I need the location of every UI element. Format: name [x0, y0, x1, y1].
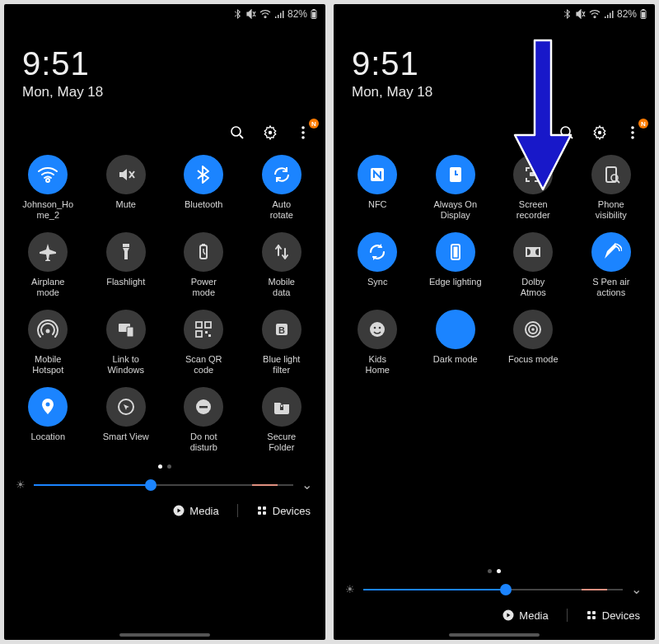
svg-point-53 [374, 327, 376, 329]
qs-tile-label: Power mode [191, 277, 217, 298]
location-icon [28, 387, 68, 427]
qs-tile-linkwin[interactable]: Link to Windows [87, 310, 166, 376]
power-icon [184, 232, 223, 272]
qs-tile-label: Auto rotate [270, 199, 293, 221]
nav-handle[interactable] [119, 633, 210, 637]
page-dot-1 [158, 464, 162, 469]
footer-divider [237, 504, 238, 517]
securefolder-icon [262, 387, 301, 427]
qs-tile-edgelight[interactable]: Edge lighting [417, 232, 495, 298]
page-dot-2 [167, 464, 171, 469]
brightness-row: ☀︎ ⌄ [4, 474, 325, 499]
qs-tile-label: Mute [116, 199, 136, 210]
media-button[interactable]: Media [502, 609, 548, 622]
qs-tile-flashlight[interactable]: Flashlight [87, 232, 166, 298]
qs-tile-label: Phone visibility [596, 199, 627, 221]
clock-time: 9:51 [22, 45, 309, 82]
svg-text:B: B [278, 325, 285, 335]
devices-button[interactable]: Devices [256, 505, 311, 517]
qs-tile-dolby[interactable]: Dolby Atmos [494, 232, 573, 298]
brightness-icon: ☀︎ [345, 583, 355, 595]
bluetooth-status-icon [235, 9, 243, 19]
autorotate-icon [262, 155, 301, 194]
footer-divider [567, 609, 568, 622]
qs-tile-label: Do not disturb [190, 432, 217, 453]
qs-toolbar: N [334, 107, 655, 148]
qs-tile-kids[interactable]: Kids Home [339, 310, 417, 376]
brightness-row: ☀︎ ⌄ [334, 578, 655, 604]
svg-rect-60 [592, 611, 596, 614]
qs-tile-airplane[interactable]: Airplane mode [9, 232, 87, 298]
qs-tile-label: Link to Windows [107, 354, 144, 376]
bluelight-icon: B [262, 310, 301, 349]
svg-rect-13 [202, 244, 205, 245]
svg-rect-30 [258, 506, 261, 510]
qs-tile-aod[interactable]: Always On Display [417, 155, 495, 221]
qs-tile-label: Bluetooth [185, 199, 222, 210]
qs-tile-dnd[interactable]: Do not disturb [165, 387, 243, 453]
media-button[interactable]: Media [173, 505, 218, 517]
qs-tile-label: Scan QR code [185, 354, 222, 376]
qs-tile-power[interactable]: Power mode [165, 232, 243, 298]
search-icon[interactable] [228, 124, 246, 142]
qs-tile-spen[interactable]: S Pen air actions [573, 232, 651, 298]
qs-tile-nfc[interactable]: NFC [339, 155, 417, 221]
qs-tile-mobiledata[interactable]: Mobile data [243, 232, 321, 298]
qr-icon [184, 310, 223, 349]
qs-tile-label: S Pen air actions [592, 277, 629, 298]
qs-tile-focus[interactable]: Focus mode [494, 310, 573, 376]
qs-tile-sync[interactable]: Sync [339, 232, 417, 298]
svg-rect-27 [199, 406, 208, 408]
wifi-status-icon [589, 10, 601, 18]
qs-tile-bluetooth[interactable]: Bluetooth [165, 155, 243, 221]
brightness-slider[interactable] [34, 478, 293, 492]
qs-tile-label: Kids Home [366, 354, 390, 376]
svg-point-40 [631, 126, 634, 129]
qs-tile-qr[interactable]: Scan QR code [165, 310, 243, 376]
darkmode-icon [436, 310, 475, 349]
signal-status-icon [604, 10, 614, 18]
qs-tile-label: Always On Display [433, 199, 477, 221]
more-options-icon[interactable]: N [624, 124, 642, 142]
status-bar: 82% [334, 4, 655, 24]
svg-line-4 [240, 135, 243, 138]
brightness-expand-icon[interactable]: ⌄ [301, 477, 312, 492]
qs-tile-autorotate[interactable]: Auto rotate [243, 155, 321, 221]
qs-tile-bluelight[interactable]: BBlue light filter [243, 310, 321, 376]
qs-footer: Media Devices [334, 604, 655, 633]
qs-tile-visibility[interactable]: Phone visibility [573, 155, 651, 221]
svg-rect-2 [312, 12, 315, 18]
nav-handle[interactable] [449, 633, 540, 637]
settings-gear-icon[interactable] [261, 124, 279, 142]
svg-point-24 [46, 403, 50, 407]
notification-badge: N [638, 119, 648, 128]
qs-tile-darkmode[interactable]: Dark mode [417, 310, 495, 376]
brightness-icon: ☀︎ [16, 478, 26, 491]
settings-gear-icon[interactable] [591, 124, 609, 142]
qs-tile-hotspot[interactable]: Mobile Hotspot [9, 310, 87, 376]
qs-tile-label: Smart View [103, 432, 149, 442]
notification-badge: N [309, 119, 319, 128]
battery-icon [640, 9, 647, 19]
visibility-icon [591, 155, 631, 194]
svg-point-52 [370, 322, 385, 337]
qs-tile-smartview[interactable]: Smart View [87, 387, 166, 453]
svg-point-14 [46, 329, 50, 334]
svg-rect-20 [205, 331, 208, 334]
media-label: Media [189, 505, 218, 517]
annotation-arrow-icon [510, 37, 576, 194]
qs-tile-securefolder[interactable]: Secure Folder [243, 387, 321, 453]
qs-tile-wifi[interactable]: Johnson_Ho me_2 [9, 155, 87, 221]
wifi-icon [28, 155, 68, 194]
brightness-slider[interactable] [363, 582, 623, 597]
qs-tile-mute[interactable]: Mute [87, 155, 166, 221]
sync-icon [358, 232, 397, 272]
more-options-icon[interactable]: N [294, 124, 312, 142]
signal-status-icon [274, 10, 284, 18]
qs-tile-location[interactable]: Location [9, 387, 87, 453]
qs-tile-label: Location [30, 432, 65, 442]
brightness-expand-icon[interactable]: ⌄ [631, 581, 642, 597]
devices-button[interactable]: Devices [586, 609, 640, 622]
svg-rect-21 [208, 334, 211, 337]
clock-area: 9:51 Mon, May 18 [334, 24, 655, 107]
